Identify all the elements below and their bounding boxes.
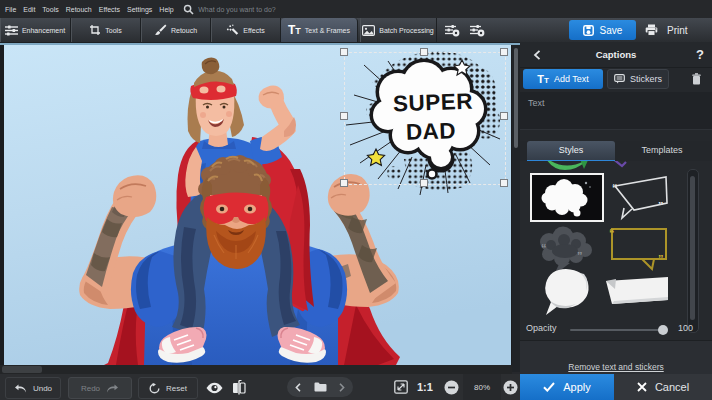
svg-text:“: “ [541,242,547,254]
svg-text:“: “ [612,182,618,194]
svg-text:”: ” [658,200,664,212]
svg-text:”: ” [658,253,664,265]
svg-text:“: “ [609,227,615,239]
svg-text:”: ” [577,250,583,262]
